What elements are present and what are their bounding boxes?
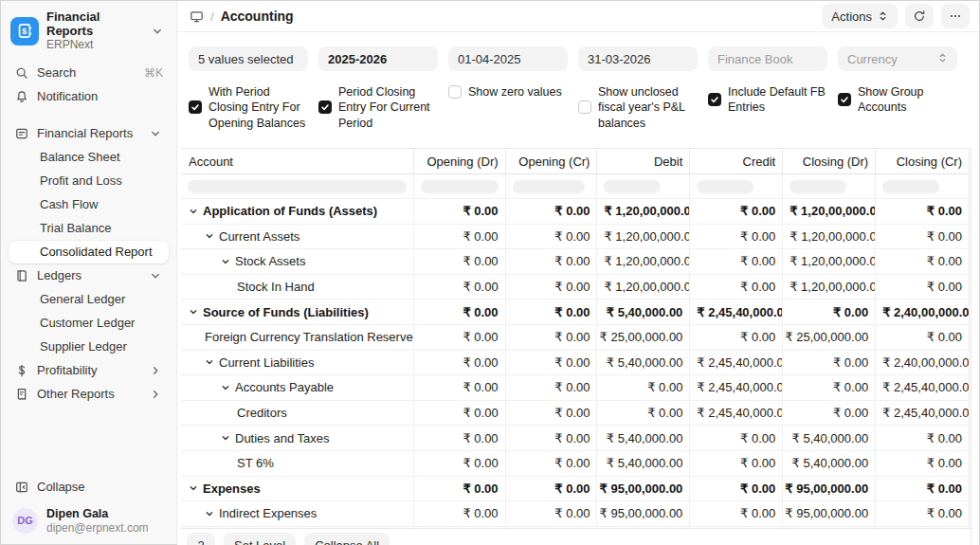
value-cell[interactable]: ₹ 0.00 (505, 199, 597, 224)
monitor-icon[interactable] (189, 9, 204, 24)
account-cell[interactable]: Source of Funds (Liabilities) (181, 300, 413, 324)
row-expand-icon[interactable] (189, 307, 203, 317)
value-cell[interactable]: ₹ 0.00 (413, 401, 505, 426)
value-cell[interactable]: ₹ 95,00,000.00 (596, 501, 689, 526)
value-cell[interactable]: ₹ 0.00 (689, 199, 782, 224)
sidebar-section-profitability[interactable]: Profitability (9, 359, 169, 382)
value-cell[interactable]: ₹ 0.00 (875, 225, 969, 249)
value-cell[interactable]: ₹ 0.00 (505, 451, 597, 476)
sidebar-section-financial-reports[interactable]: Financial Reports (9, 122, 169, 145)
account-cell[interactable]: Duties and Taxes (181, 426, 413, 450)
table-row[interactable]: Current Assets₹ 0.00₹ 0.00₹ 1,20,00,000.… (181, 225, 969, 250)
sidebar-item-search[interactable]: Search ⌘K (9, 62, 169, 84)
value-cell[interactable]: ₹ 0.00 (875, 275, 969, 300)
filter-input-31-03-2026[interactable]: 31-03-2026 (578, 46, 698, 71)
value-cell[interactable]: ₹ 0.00 (413, 300, 505, 324)
value-cell[interactable]: ₹ 0.00 (875, 477, 969, 501)
value-cell[interactable]: ₹ 0.00 (413, 351, 505, 375)
value-cell[interactable]: ₹ 1,20,00,000.0 (596, 199, 689, 224)
account-cell[interactable]: Creditors (181, 401, 413, 426)
row-expand-icon[interactable] (205, 231, 219, 241)
value-cell[interactable]: ₹ 0.00 (689, 225, 782, 249)
value-cell[interactable]: ₹ 0.00 (505, 275, 597, 300)
value-cell[interactable]: ₹ 0.00 (413, 477, 505, 501)
value-cell[interactable]: ₹ 0.00 (505, 300, 597, 324)
value-cell[interactable]: ₹ 0.00 (505, 426, 597, 450)
checkbox-show-group-accounts[interactable]: Show Group Accounts (838, 84, 957, 116)
table-row[interactable]: Application of Funds (Assets)₹ 0.00₹ 0.0… (181, 199, 969, 225)
value-cell[interactable]: ₹ 0.00 (413, 501, 505, 526)
value-cell[interactable]: ₹ 0.00 (505, 477, 597, 501)
value-cell[interactable]: ₹ 0.00 (413, 451, 505, 476)
value-cell[interactable]: ₹ 1,20,00,000.0 (782, 199, 875, 224)
value-cell[interactable]: ₹ 0.00 (505, 249, 597, 274)
sidebar-item-profit-and-loss[interactable]: Profit and Loss (9, 170, 169, 192)
account-cell[interactable]: Expenses (181, 477, 413, 501)
value-cell[interactable]: ₹ 2,45,40,000.0 (875, 375, 969, 400)
table-row[interactable]: Expenses₹ 0.00₹ 0.00₹ 95,00,000.00₹ 0.00… (181, 477, 969, 502)
sidebar-section-ledgers[interactable]: Ledgers (9, 264, 169, 287)
row-expand-icon[interactable] (189, 483, 203, 493)
checkbox-show-zero-values[interactable]: Show zero values (448, 84, 568, 100)
value-cell[interactable]: ₹ 1,20,00,000.0 (596, 225, 689, 249)
value-cell[interactable]: ₹ 0.00 (689, 477, 782, 501)
sidebar-item-trial-balance[interactable]: Trial Balance (9, 217, 169, 240)
value-cell[interactable]: ₹ 0.00 (689, 249, 782, 274)
value-cell[interactable]: ₹ 5,40,000.00 (596, 351, 689, 375)
value-cell[interactable]: ₹ 0.00 (689, 451, 782, 476)
value-cell[interactable]: ₹ 0.00 (505, 225, 597, 249)
value-cell[interactable]: ₹ 0.00 (413, 426, 505, 450)
filter-input-2025-2026[interactable]: 2025-2026 (318, 46, 438, 71)
value-cell[interactable]: ₹ 0.00 (782, 300, 875, 324)
checkbox-unchecked-icon[interactable] (578, 100, 591, 114)
value-cell[interactable]: ₹ 0.00 (413, 199, 505, 224)
table-row[interactable]: Stock Assets₹ 0.00₹ 0.00₹ 1,20,00,000.0₹… (181, 249, 969, 275)
value-cell[interactable]: ₹ 95,00,000.00 (782, 477, 875, 501)
value-cell[interactable]: ₹ 0.00 (505, 375, 597, 400)
value-cell[interactable]: ₹ 0.00 (596, 375, 689, 400)
value-cell[interactable]: ₹ 0.00 (413, 225, 505, 249)
value-cell[interactable]: ₹ 25,00,000.00 (596, 325, 689, 350)
row-expand-icon[interactable] (221, 433, 235, 443)
column-filter-input[interactable] (697, 180, 753, 193)
value-cell[interactable]: ₹ 5,40,000.00 (596, 300, 689, 324)
checkbox-period-closing-entry-for-current-period[interactable]: Period Closing Entry For Current Period (318, 84, 438, 131)
value-cell[interactable]: ₹ 2,45,40,000.0 (689, 351, 782, 375)
value-cell[interactable]: ₹ 5,40,000.00 (782, 426, 875, 450)
sidebar-item-balance-sheet[interactable]: Balance Sheet (9, 146, 169, 169)
value-cell[interactable]: ₹ 0.00 (413, 249, 505, 274)
value-cell[interactable]: ₹ 0.00 (875, 325, 969, 350)
checkbox-checked-icon[interactable] (838, 93, 851, 106)
more-menu-button[interactable] (941, 4, 970, 28)
column-filter-input[interactable] (604, 180, 661, 193)
value-cell[interactable]: ₹ 0.00 (689, 325, 782, 350)
column-header-opening-dr[interactable]: Opening (Dr) (413, 149, 505, 173)
value-cell[interactable]: ₹ 2,45,40,000.0 (689, 401, 782, 426)
sidebar-item-customer-ledger[interactable]: Customer Ledger (9, 312, 169, 335)
value-cell[interactable]: ₹ 2,45,40,000.0 (689, 375, 782, 400)
user-menu[interactable]: DG Dipen Gala dipen@erpnext.com (9, 500, 169, 535)
value-cell[interactable]: ₹ 2,40,00,000.0 (875, 300, 969, 324)
workspace-switcher[interactable]: $ Financial Reports ERPNext (9, 9, 169, 62)
value-cell[interactable]: ₹ 0.00 (782, 375, 875, 400)
table-row[interactable]: Source of Funds (Liabilities)₹ 0.00₹ 0.0… (181, 300, 969, 325)
value-cell[interactable]: ₹ 0.00 (875, 199, 969, 224)
checkbox-checked-icon[interactable] (189, 100, 202, 114)
account-cell[interactable]: Indirect Expenses (181, 501, 413, 526)
value-cell[interactable]: ₹ 0.00 (413, 325, 505, 350)
checkbox-checked-icon[interactable] (318, 100, 332, 114)
sidebar-item-general-ledger[interactable]: General Ledger (9, 288, 169, 311)
value-cell[interactable]: ₹ 0.00 (413, 375, 505, 400)
row-expand-icon[interactable] (205, 357, 219, 367)
checkbox-include-default-fb-entries[interactable]: Include Default FB Entries (708, 84, 827, 116)
table-row[interactable]: Indirect Expenses₹ 0.00₹ 0.00₹ 95,00,000… (181, 501, 969, 527)
value-cell[interactable]: ₹ 25,00,000.00 (782, 325, 875, 350)
value-cell[interactable]: ₹ 1,20,00,000.0 (782, 249, 875, 274)
value-cell[interactable]: ₹ 0.00 (689, 426, 782, 450)
value-cell[interactable]: ₹ 0.00 (596, 401, 689, 426)
value-cell[interactable]: ₹ 0.00 (505, 401, 597, 426)
account-cell[interactable]: Accounts Payable (181, 375, 413, 400)
checkbox-show-unclosed-fiscal-year-s-p-l-balances[interactable]: Show unclosed fiscal year's P&L balances (578, 84, 698, 131)
table-row[interactable]: Foreign Currency Translation Reserve₹ 0.… (181, 325, 969, 351)
value-cell[interactable]: ₹ 0.00 (875, 501, 969, 526)
